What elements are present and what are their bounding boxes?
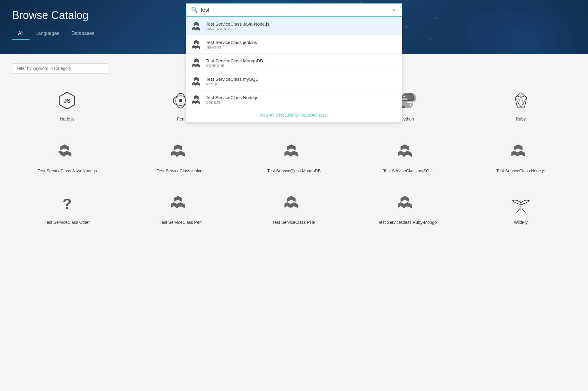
dropdown-result-name: Test ServiceClass Node.js bbox=[206, 95, 397, 100]
dropdown-result-tags: NODEJS bbox=[206, 101, 397, 104]
dropdown-result-tags: JAVA NODEJS bbox=[206, 27, 397, 31]
catalog-label: Python bbox=[401, 116, 414, 122]
svg-point-26 bbox=[410, 104, 411, 105]
dropdown-tag: NODEJS bbox=[206, 101, 220, 104]
svg-marker-27 bbox=[515, 93, 527, 107]
dropdown-tag: MONGODB bbox=[206, 64, 224, 67]
dropdown-result-tags: MYSQL bbox=[206, 82, 397, 86]
nodejs-icon: JS bbox=[55, 89, 79, 113]
dropdown-item-2[interactable]: Test ServiceClass MongoDB MONGODB bbox=[186, 54, 402, 72]
catalog-label: Test ServiceClass mySQL bbox=[383, 168, 432, 174]
cube-icon bbox=[55, 140, 79, 164]
catalog-label: WildFly bbox=[514, 220, 528, 226]
svg-marker-28 bbox=[515, 93, 527, 98]
dropdown-item-0[interactable]: Test ServiceClass Java-Node.js JAVA NODE… bbox=[186, 17, 402, 35]
dropdown-result-tags: JENKINS bbox=[206, 45, 397, 49]
svg-line-31 bbox=[517, 96, 521, 107]
cube-icon bbox=[169, 140, 193, 164]
catalog-item-test-jenkins[interactable]: Test ServiceClass jenkins bbox=[125, 134, 236, 180]
dropdown-tag-0: JAVA bbox=[206, 27, 215, 31]
ruby-icon bbox=[509, 89, 533, 113]
catalog-item-nodejs[interactable]: JS Node.js bbox=[12, 83, 122, 128]
catalog-item-test-other[interactable]: ? Test ServiceClass Other bbox=[12, 186, 122, 232]
catalog-item-wildfly[interactable]: WildFly bbox=[466, 186, 576, 232]
svg-line-32 bbox=[521, 96, 525, 107]
tab-databases[interactable]: Databases bbox=[65, 28, 101, 40]
dropdown-item-3[interactable]: Test ServiceClass mySQL MYSQL bbox=[186, 72, 402, 90]
search-icon: 🔍 bbox=[191, 7, 198, 13]
dropdown-item-4[interactable]: Test ServiceClass Node.js NODEJS bbox=[186, 90, 402, 108]
catalog-label: Test ServiceClass Ruby-Mongo bbox=[378, 220, 437, 226]
filter-input[interactable] bbox=[12, 63, 108, 74]
catalog-item-test-nodejs[interactable]: Test ServiceClass Node.js bbox=[466, 134, 576, 180]
dropdown-result-name: Test ServiceClass mySQL bbox=[206, 77, 397, 82]
search-input[interactable] bbox=[201, 7, 391, 13]
catalog-label: Ruby bbox=[516, 116, 526, 122]
catalog-item-test-php[interactable]: Test ServiceClass PHP bbox=[239, 186, 349, 232]
catalog-item-test-mysql[interactable]: Test ServiceClass mySQL bbox=[352, 134, 463, 180]
cube-icon bbox=[395, 192, 419, 216]
dropdown-result-name: Test ServiceClass Java-Node.js bbox=[206, 21, 397, 27]
dropdown-result-text: Test ServiceClass jenkins JENKINS bbox=[206, 40, 397, 49]
cube-icon bbox=[282, 140, 306, 164]
dropdown-tag: JENKINS bbox=[206, 45, 221, 49]
catalog-label: Test ServiceClass Perl bbox=[159, 220, 202, 226]
cube-icon bbox=[509, 140, 533, 164]
dropdown-item-1[interactable]: Test ServiceClass jenkins JENKINS bbox=[186, 35, 402, 54]
catalog-label: Test ServiceClass Other bbox=[45, 220, 90, 226]
catalog-item-test-perl[interactable]: Test ServiceClass Perl bbox=[125, 186, 236, 232]
question-icon: ? bbox=[55, 192, 79, 216]
catalog-label: Test ServiceClass MongoDB bbox=[267, 168, 320, 174]
dropdown-result-name: Test ServiceClass MongoDB bbox=[206, 58, 397, 63]
svg-point-22 bbox=[179, 99, 182, 102]
dropdown-tag-1: NODEJS bbox=[217, 27, 232, 31]
search-dropdown: Test ServiceClass Java-Node.js JAVA NODE… bbox=[186, 16, 402, 122]
catalog-label: Perl bbox=[177, 116, 184, 122]
catalog-item-test-java-node[interactable]: Test ServiceClass Java-Node.js bbox=[12, 134, 122, 180]
tab-all[interactable]: All bbox=[12, 28, 29, 40]
wildfly-icon bbox=[509, 192, 533, 216]
catalog-label: Test ServiceClass Java-Node.js bbox=[38, 168, 97, 174]
catalog-item-test-ruby-mongo[interactable]: Test ServiceClass Ruby-Mongo bbox=[352, 186, 463, 232]
search-box: 🔍 × bbox=[186, 3, 402, 16]
dropdown-result-text: Test ServiceClass Node.js NODEJS bbox=[206, 95, 397, 104]
dropdown-tag: MYSQL bbox=[206, 82, 218, 86]
search-clear-button[interactable]: × bbox=[391, 7, 397, 13]
cube-icon bbox=[169, 192, 193, 216]
catalog-label: Node.js bbox=[60, 116, 74, 122]
cube-icon bbox=[395, 140, 419, 164]
dropdown-result-text: Test ServiceClass mySQL MYSQL bbox=[206, 77, 397, 86]
catalog-label: Test ServiceClass jenkins bbox=[157, 168, 205, 174]
svg-text:?: ? bbox=[63, 196, 72, 212]
dropdown-result-tags: MONGODB bbox=[206, 64, 397, 67]
dropdown-result-name: Test ServiceClass jenkins bbox=[206, 40, 397, 45]
catalog-label: Test ServiceClass Node.js bbox=[496, 168, 545, 174]
search-box-wrapper: 🔍 × bbox=[186, 3, 402, 122]
dropdown-result-text: Test ServiceClass Java-Node.js JAVA NODE… bbox=[206, 21, 397, 31]
svg-point-25 bbox=[404, 95, 405, 97]
dropdown-result-text: Test ServiceClass MongoDB MONGODB bbox=[206, 58, 397, 67]
cube-icon bbox=[282, 192, 306, 216]
catalog-label: Test ServiceClass PHP bbox=[272, 220, 316, 226]
catalog-item-ruby[interactable]: Ruby bbox=[466, 83, 576, 128]
view-all-results-link[interactable]: View All 9 Results for Keyword: test › bbox=[186, 108, 402, 122]
catalog-item-test-mongodb[interactable]: Test ServiceClass MongoDB bbox=[239, 134, 349, 180]
svg-text:JS: JS bbox=[64, 98, 71, 104]
tab-languages[interactable]: Languages bbox=[29, 28, 65, 40]
